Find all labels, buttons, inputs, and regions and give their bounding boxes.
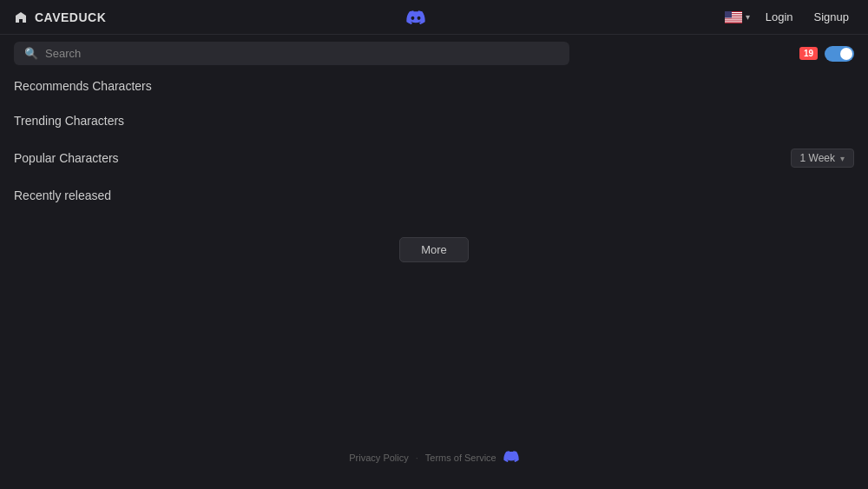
search-row: 🔍 19 [0,35,868,72]
header-center [404,9,428,26]
recommends-header: Recommends Characters [14,79,854,93]
more-button[interactable]: More [399,237,469,262]
period-label: 1 Week [800,152,835,164]
header-right: ▾ Login Signup [725,7,854,27]
search-input[interactable] [45,47,559,60]
right-controls: 19 [799,46,854,62]
discord-icon[interactable] [404,9,428,26]
lang-chevron-icon: ▾ [746,12,750,22]
login-button[interactable]: Login [760,7,799,27]
age-badge: 19 [799,47,818,60]
recently-header: Recently released [14,188,854,202]
main-content: Recommends Characters Trending Character… [0,72,868,283]
toggle-switch[interactable] [825,46,854,62]
logo-text[interactable]: CAVEDUCK [35,10,106,24]
footer-discord-icon [503,451,519,465]
toggle-knob [840,48,852,60]
search-icon: 🔍 [24,47,38,60]
terms-of-service-link[interactable]: Terms of Service [425,453,496,463]
recently-section: Recently released [14,188,854,202]
logo-icon [14,10,28,24]
svg-rect-7 [725,11,732,18]
trending-header: Trending Characters [14,114,854,128]
search-wrap: 🔍 [14,42,569,65]
trending-title: Trending Characters [14,114,124,128]
recommends-section: Recommends Characters [14,79,854,93]
period-chevron-icon: ▾ [840,154,845,163]
svg-rect-5 [725,19,742,20]
svg-rect-6 [725,21,742,22]
signup-button[interactable]: Signup [809,7,854,27]
privacy-policy-link[interactable]: Privacy Policy [349,453,408,463]
header-left: CAVEDUCK [14,10,106,24]
more-container: More [14,223,854,276]
popular-header: Popular Characters 1 Week ▾ [14,149,854,168]
flag-us-icon [725,11,742,23]
trending-section: Trending Characters [14,114,854,128]
recently-title: Recently released [14,188,111,202]
footer: Privacy Policy · Terms of Service [0,444,868,472]
popular-title: Popular Characters [14,151,119,165]
popular-section: Popular Characters 1 Week ▾ [14,149,854,168]
header: CAVEDUCK ▾ Login Signup [0,0,868,35]
lang-selector[interactable]: ▾ [725,11,750,23]
footer-separator: · [416,453,418,463]
search-bar: 🔍 [14,42,569,65]
period-selector[interactable]: 1 Week ▾ [791,149,854,168]
recommends-title: Recommends Characters [14,79,152,93]
